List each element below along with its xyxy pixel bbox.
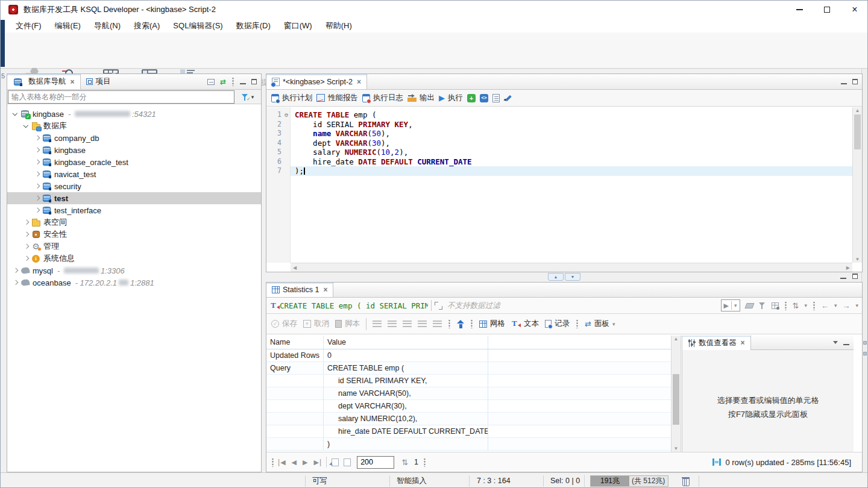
fetch-all-icon[interactable] <box>344 458 351 466</box>
cell-name[interactable] <box>266 387 324 399</box>
tree-item-company_db[interactable]: company_db <box>7 132 261 144</box>
minimized-view-icon[interactable] <box>863 352 867 355</box>
cell-name[interactable] <box>266 375 324 387</box>
maximize-view-icon[interactable] <box>251 79 257 84</box>
performance-report-button[interactable]: 性能报告 <box>316 93 358 103</box>
editor-horizontal-scrollbar[interactable]: ◀▶ <box>291 263 852 272</box>
tree-item-管理[interactable]: ⚙管理 <box>7 240 261 252</box>
restore-up-button[interactable]: ▲ <box>548 273 564 281</box>
text-view-button[interactable]: 文本 <box>511 319 539 329</box>
cell-name[interactable] <box>266 400 324 412</box>
chevron-right-icon[interactable] <box>33 156 42 168</box>
cell-name[interactable] <box>266 438 324 450</box>
table-filter-input[interactable] <box>8 90 234 104</box>
code-line-2[interactable]: 2 id SERIAL PRIMARY KEY, <box>266 120 852 130</box>
dropdown-icon[interactable]: ▾ <box>834 302 837 308</box>
cell-value[interactable]: salary NUMERIC(10,2), <box>324 413 488 425</box>
close-button[interactable]: × <box>841 1 868 19</box>
refresh-icon[interactable]: ⇅ <box>401 458 408 467</box>
record-view-button[interactable]: 记录 <box>545 319 570 329</box>
tree-item-表空间[interactable]: 表空间 <box>7 216 261 228</box>
code-editor[interactable]: 1⊖CREATE TABLE emp (2 id SERIAL PRIMARY … <box>266 107 852 263</box>
code-line-3[interactable]: 3 name VARCHAR(50), <box>266 129 852 139</box>
tree-item-navicat_test[interactable]: navicat_test <box>7 168 261 180</box>
edit-pen-icon[interactable] <box>504 94 512 102</box>
heap-status[interactable]: 191兆 (共 512兆) <box>590 475 668 487</box>
editor-results-splitter[interactable]: ▲ ▼ <box>266 272 863 282</box>
scrollbar-thumb[interactable] <box>854 114 861 149</box>
code-line-6[interactable]: 6 hire_date DATE DEFAULT CURRENT_DATE <box>266 157 852 167</box>
menu-window[interactable]: 窗口(W) <box>277 20 319 31</box>
fetch-page-icon[interactable] <box>332 458 339 466</box>
cancel-button[interactable]: × 取消 <box>303 319 329 329</box>
cell-name[interactable] <box>266 413 324 425</box>
chevron-right-icon[interactable] <box>33 168 42 180</box>
execution-log-button[interactable]: 执行日志 <box>362 93 403 103</box>
cell-value[interactable]: CREATE TABLE emp ( <box>324 362 488 374</box>
save-button[interactable]: ✓ 保存 <box>271 319 297 329</box>
maximize-view-icon[interactable] <box>852 274 858 279</box>
chevron-down-icon[interactable] <box>11 108 20 120</box>
cell-name[interactable] <box>266 425 324 437</box>
close-icon[interactable]: × <box>357 78 361 86</box>
maximize-view-icon[interactable] <box>852 79 858 84</box>
code-line-4[interactable]: 4 dept VARCHAR(30), <box>266 139 852 148</box>
menu-edit[interactable]: 编辑(E) <box>48 20 87 31</box>
first-page-button[interactable]: |◀ <box>278 458 286 466</box>
cell-value[interactable]: 0 <box>324 349 488 361</box>
chevron-right-icon[interactable] <box>33 204 42 216</box>
cell-name[interactable]: Query <box>266 362 324 374</box>
script-doc-icon[interactable] <box>492 94 500 102</box>
cell-value[interactable]: id SERIAL PRIMARY KEY, <box>324 375 488 387</box>
last-page-button[interactable]: ▶| <box>314 458 322 466</box>
run-button[interactable]: ▶ 执行 <box>439 93 463 103</box>
collapse-all-icon[interactable] <box>207 79 215 85</box>
tree-item-mysql[interactable]: mysql- 1:3306 <box>7 264 261 277</box>
new-sql-icon[interactable]: + <box>467 94 476 102</box>
cell-value[interactable]: hire_date DATE DEFAULT CURRENT_DATE <box>324 425 488 437</box>
cell-value[interactable]: name VARCHAR(50), <box>324 387 488 399</box>
maximize-button[interactable] <box>813 1 841 19</box>
tree-item-oceanbase[interactable]: oceanbase- 172.20.2.11:2881 <box>7 277 261 289</box>
code-line-5[interactable]: 5 salary NUMERIC(10,2), <box>266 148 852 157</box>
chevron-down-icon[interactable] <box>22 120 31 132</box>
close-icon[interactable]: × <box>741 339 745 347</box>
dropdown-icon[interactable]: ▾ <box>804 302 807 308</box>
chevron-right-icon[interactable] <box>22 228 31 240</box>
next-page-button[interactable]: ▶ <box>303 458 307 466</box>
open-sql-icon[interactable]: <> <box>480 94 488 102</box>
tree-item-test_interface[interactable]: test_interface <box>7 204 261 216</box>
code-line-1[interactable]: 1⊖CREATE TABLE emp ( <box>266 110 852 120</box>
tree-item-kingbase_oracle_test[interactable]: kingbase_oracle_test <box>7 156 261 168</box>
add-row-icon[interactable] <box>388 321 397 327</box>
panel-button[interactable]: ⇄ 面板 ▾ <box>585 319 615 329</box>
tree-item-数据库[interactable]: 数据库 <box>7 120 261 132</box>
grid-settings-icon[interactable] <box>772 302 779 309</box>
remove-row-icon[interactable] <box>433 321 442 327</box>
eraser-icon[interactable] <box>744 303 754 308</box>
tree-item-test[interactable]: test <box>7 192 261 204</box>
cell-value[interactable]: ) <box>324 438 488 450</box>
table-vertical-scrollbar[interactable]: ▲ ▼ <box>671 336 681 452</box>
tab-project[interactable]: 项目 <box>81 74 116 89</box>
chevron-right-icon[interactable] <box>11 277 20 289</box>
chevron-right-icon[interactable] <box>33 192 42 204</box>
garbage-collect-icon[interactable] <box>682 477 690 486</box>
tree-item-kingbase[interactable]: kingbase <box>7 144 261 156</box>
back-icon[interactable]: ← <box>821 301 829 310</box>
chevron-right-icon[interactable] <box>11 264 20 277</box>
minimize-button[interactable] <box>785 1 813 19</box>
minimize-view-icon[interactable] <box>840 274 846 279</box>
chevron-right-icon[interactable] <box>33 132 42 144</box>
column-header-value[interactable]: Value <box>324 336 488 349</box>
view-menu-icon[interactable] <box>231 77 234 86</box>
chevron-right-icon[interactable] <box>22 252 31 264</box>
filter-dropdown-icon[interactable]: ▾ <box>251 94 254 100</box>
cell-name[interactable]: Updated Rows <box>266 349 324 361</box>
menu-help[interactable]: 帮助(H) <box>319 20 359 31</box>
collapse-down-button[interactable]: ▼ <box>565 273 580 281</box>
close-icon[interactable]: × <box>71 78 75 86</box>
prev-page-button[interactable]: ◀ <box>292 458 297 466</box>
explain-plan-button[interactable]: 执行计划 <box>271 93 312 103</box>
cell-value[interactable]: dept VARCHAR(30), <box>324 400 488 412</box>
